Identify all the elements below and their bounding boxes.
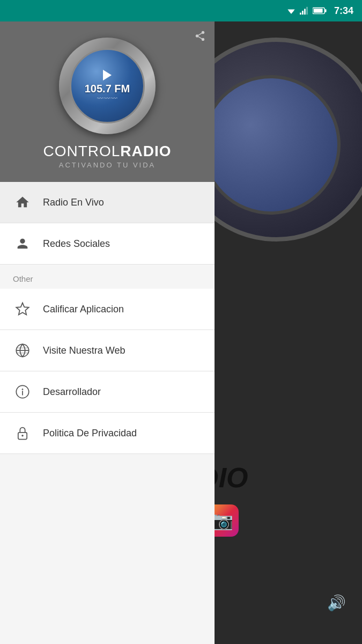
share-icon[interactable] <box>194 30 206 42</box>
nav-section: Radio En Vivo Redes Sociales Other Calif… <box>0 182 215 644</box>
status-bar: 7:34 <box>0 0 362 21</box>
status-time: 7:34 <box>334 5 353 17</box>
logo-inner-circle: 105.7 FM 〰〰〰 <box>70 48 145 123</box>
nav-label-calificar: Calificar Aplicacion <box>43 304 124 315</box>
status-icons: 7:34 <box>286 5 353 17</box>
navigation-drawer: 105.7 FM 〰〰〰 CONTROL RADIO ACTIVANDO TU … <box>0 21 215 644</box>
svg-rect-7 <box>325 9 327 12</box>
other-section-header: Other <box>0 265 215 289</box>
svg-rect-2 <box>300 13 301 15</box>
person-icon <box>13 234 32 253</box>
svg-rect-5 <box>306 7 308 14</box>
wifi-icon <box>286 6 297 15</box>
svg-point-16 <box>22 389 23 390</box>
home-icon <box>13 193 32 212</box>
logo-control-text: CONTROL <box>43 143 120 160</box>
globe-icon <box>13 341 32 360</box>
nav-item-privacy[interactable]: Politica De Privacidad <box>0 413 215 454</box>
star-icon <box>13 299 32 319</box>
nav-label-radio-en-vivo: Radio En Vivo <box>43 197 104 208</box>
nav-item-calificar[interactable]: Calificar Aplicacion <box>0 289 215 330</box>
info-icon <box>13 382 32 401</box>
battery-icon <box>313 7 327 14</box>
logo-outer-ring: 105.7 FM 〰〰〰 <box>59 38 156 134</box>
nav-label-redes-sociales: Redes Sociales <box>43 238 110 250</box>
svg-rect-8 <box>314 9 323 12</box>
nav-label-desarrollador: Desarrollador <box>43 386 101 398</box>
play-icon <box>103 70 112 80</box>
logo-text-container: CONTROL RADIO ACTIVANDO TU VIDA <box>43 143 171 169</box>
svg-rect-3 <box>302 11 304 14</box>
signal-icon <box>300 6 309 15</box>
logo-text: CONTROL RADIO <box>43 143 171 160</box>
nav-item-web[interactable]: Visite Nuestra Web <box>0 330 215 371</box>
logo-radio-text: RADIO <box>120 143 171 160</box>
logo-subtitle: ACTIVANDO TU VIDA <box>59 161 156 169</box>
nav-label-privacy: Politica De Privacidad <box>43 428 137 439</box>
nav-item-redes-sociales[interactable]: Redes Sociales <box>0 223 215 265</box>
radio-frequency: 105.7 FM <box>85 83 130 95</box>
lock-icon <box>13 423 32 443</box>
drawer-header: 105.7 FM 〰〰〰 CONTROL RADIO ACTIVANDO TU … <box>0 21 215 182</box>
svg-marker-1 <box>289 11 294 14</box>
volume-icon[interactable]: 🔊 <box>327 594 346 612</box>
radio-logo: 105.7 FM 〰〰〰 <box>59 38 156 134</box>
svg-point-18 <box>21 435 24 437</box>
radio-waveform: 〰〰〰 <box>97 95 118 103</box>
nav-item-desarrollador[interactable]: Desarrollador <box>0 371 215 413</box>
svg-rect-4 <box>304 9 306 14</box>
nav-label-web: Visite Nuestra Web <box>43 345 125 356</box>
nav-item-radio-en-vivo[interactable]: Radio En Vivo <box>0 182 215 223</box>
